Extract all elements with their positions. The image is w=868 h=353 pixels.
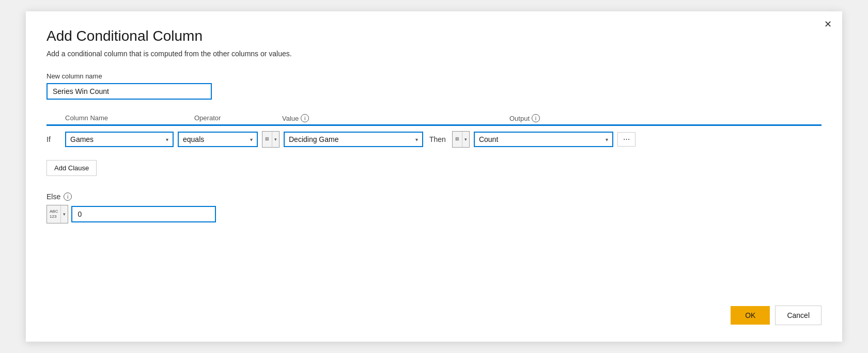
value-dropdown[interactable]: Deciding Game ▾ [284,132,423,147]
value-info-icon: i [301,114,309,122]
output-header: Output i [509,114,664,122]
output-chevron-icon: ▾ [606,137,608,142]
column-name-input[interactable] [47,83,212,100]
output-type-selector[interactable]: ⊞ ▾ [452,131,470,148]
ok-button[interactable]: OK [731,306,770,325]
operator-header: Operator [194,114,282,122]
dialog-subtitle: Add a conditional column that is compute… [47,50,822,58]
value-type-selector[interactable]: ⊞ ▾ [262,131,280,148]
then-label: Then [429,135,446,143]
operator-dropdown[interactable]: equals ▾ [178,132,258,147]
value-chevron-icon: ▾ [415,137,418,142]
operator-chevron-icon: ▾ [250,137,253,142]
clause-header-row: Column Name Operator Value i Output i [47,114,822,122]
else-type-chevron-icon: ▾ [61,205,68,223]
if-label: If [47,135,61,143]
else-info-icon: i [64,192,72,201]
else-section: Else i ABC123 ▾ [47,192,822,223]
value-header: Value i [282,114,458,122]
add-conditional-column-dialog: ✕ Add Conditional Column Add a condition… [26,11,842,342]
column-name-header: Column Name [65,114,194,122]
clause-options-button[interactable]: ··· [617,132,636,147]
dialog-footer: OK Cancel [731,306,822,325]
else-label: Else [47,192,60,201]
column-name-label: New column name [47,72,822,80]
value-type-chevron-icon: ▾ [272,132,279,147]
output-info-icon: i [532,114,540,122]
else-row: ABC123 ▾ [47,205,822,223]
column-name-chevron-icon: ▾ [166,137,168,142]
column-name-dropdown[interactable]: Games ▾ [65,132,174,147]
else-value-input[interactable] [71,206,216,222]
cancel-button[interactable]: Cancel [775,306,822,325]
value-value: Deciding Game [289,135,339,143]
column-name-section: New column name [47,72,822,100]
value-type-icon: ⊞ [262,132,272,147]
column-name-value: Games [70,135,94,143]
operator-value: equals [183,135,204,143]
else-type-icon: ABC123 [47,205,61,223]
output-value: Count [479,135,498,143]
output-type-icon: ⊞ [453,132,462,147]
clause-section: Column Name Operator Value i Output i If… [47,114,822,153]
output-dropdown[interactable]: Count ▾ [474,132,613,147]
else-type-selector[interactable]: ABC123 ▾ [47,205,68,223]
output-type-chevron-icon: ▾ [462,132,469,147]
clause-row: If Games ▾ equals ▾ ⊞ ▾ Deciding Game ▾ [47,124,822,153]
close-button[interactable]: ✕ [824,20,832,29]
add-clause-button[interactable]: Add Clause [47,160,97,176]
dialog-title: Add Conditional Column [47,28,822,44]
